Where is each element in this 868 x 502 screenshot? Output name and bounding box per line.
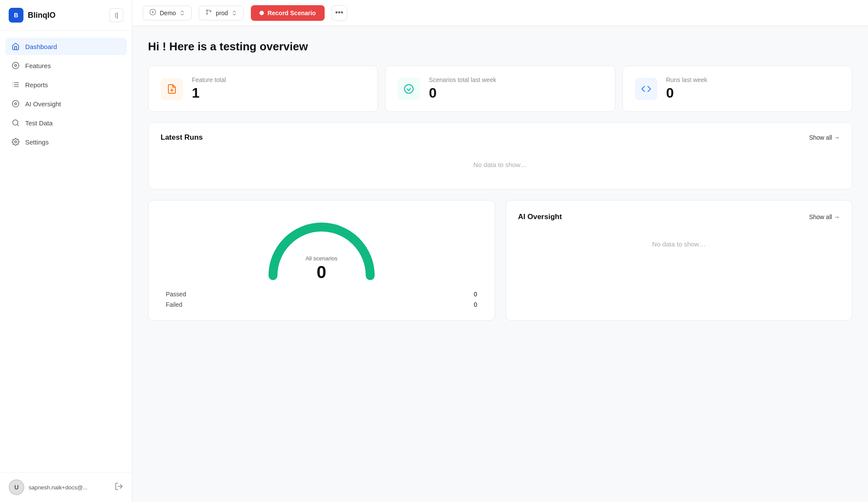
collapse-sidebar-button[interactable]: ⟨| <box>109 8 123 22</box>
scenarios-total-info: Scenarios total last week 0 <box>429 76 496 101</box>
passed-row: Passed 0 <box>166 291 477 298</box>
code-icon <box>641 84 651 94</box>
scenarios-chart-card: All scenarios 0 Passed 0 Failed 0 <box>148 200 495 321</box>
features-icon <box>11 61 20 70</box>
sidebar-item-label: Settings <box>25 138 49 146</box>
scenarios-total-label: Scenarios total last week <box>429 76 496 83</box>
user-info: U sapnesh.naik+docs@... <box>9 479 88 495</box>
main-content: Demo prod Record Scenario ••• Hi ! Here … <box>132 0 868 502</box>
sidebar-item-ai-oversight[interactable]: AI Oversight <box>5 95 127 112</box>
sidebar-item-label: AI Oversight <box>25 100 61 108</box>
record-label: Record Scenario <box>267 10 316 16</box>
feature-total-info: Feature total 1 <box>192 76 226 101</box>
stat-card-feature-total: Feature total 1 <box>148 66 378 112</box>
house-icon <box>11 42 20 51</box>
logo-area: B BlinqIO <box>9 8 56 23</box>
sidebar: B BlinqIO ⟨| Dashboard Features Reports <box>0 0 132 502</box>
svg-marker-15 <box>152 11 154 13</box>
branch-icon <box>205 9 212 17</box>
reports-icon <box>11 80 20 89</box>
prod-selector[interactable]: prod <box>199 6 244 20</box>
scenarios-total-icon-wrap <box>398 78 420 100</box>
ai-oversight-title: AI Oversight <box>518 213 562 221</box>
latest-runs-section: Latest Runs Show all → No data to show… <box>148 122 852 190</box>
user-email: sapnesh.naik+docs@... <box>29 484 88 491</box>
sidebar-item-dashboard[interactable]: Dashboard <box>5 38 127 55</box>
demo-label: Demo <box>160 10 176 16</box>
sidebar-item-reports[interactable]: Reports <box>5 76 127 93</box>
file-plus-icon <box>167 84 177 94</box>
sidebar-item-label: Test Data <box>25 119 53 127</box>
prod-label: prod <box>216 10 228 16</box>
stat-card-runs-last-week: Runs last week 0 <box>622 66 852 112</box>
svg-point-8 <box>13 101 19 107</box>
failed-label: Failed <box>166 301 182 308</box>
chevron-updown-icon2 <box>231 10 237 16</box>
more-icon: ••• <box>335 8 343 17</box>
collapse-icon: ⟨| <box>115 12 118 19</box>
sidebar-item-settings[interactable]: Settings <box>5 133 127 151</box>
sidebar-item-features[interactable]: Features <box>5 57 127 74</box>
feature-total-icon-wrap <box>161 78 183 100</box>
test-data-icon <box>11 118 20 127</box>
svg-point-9 <box>15 103 17 105</box>
sidebar-item-label: Features <box>25 62 51 69</box>
svg-point-12 <box>15 141 17 143</box>
demo-icon <box>149 9 156 17</box>
svg-line-11 <box>17 124 18 125</box>
gauge-center: All scenarios 0 <box>306 255 338 282</box>
runs-last-week-label: Runs last week <box>666 76 707 83</box>
latest-runs-show-all[interactable]: Show all → <box>809 134 840 141</box>
runs-last-week-value: 0 <box>666 85 707 101</box>
chevron-updown-icon <box>179 10 185 16</box>
svg-point-1 <box>15 65 17 67</box>
gauge-label: All scenarios <box>306 255 338 262</box>
page-title: Hi ! Here is a testing overview <box>148 40 852 53</box>
ai-oversight-card: AI Oversight Show all → No data to show… <box>506 200 853 321</box>
feature-total-label: Feature total <box>192 76 226 83</box>
dashboard-content: Hi ! Here is a testing overview Feature … <box>132 26 868 502</box>
sidebar-nav: Dashboard Features Reports AI Oversight … <box>0 31 132 472</box>
passed-value: 0 <box>474 291 477 298</box>
ai-oversight-header: AI Oversight Show all → <box>518 213 840 221</box>
runs-last-week-info: Runs last week 0 <box>666 76 707 101</box>
runs-last-week-icon-wrap <box>635 78 658 100</box>
record-scenario-button[interactable]: Record Scenario <box>251 5 324 21</box>
ai-oversight-show-all[interactable]: Show all → <box>809 213 840 220</box>
sidebar-header: B BlinqIO ⟨| <box>0 0 132 31</box>
logo-box: B <box>9 8 23 23</box>
app-name: BlinqIO <box>28 11 56 20</box>
settings-icon <box>11 138 20 146</box>
failed-row: Failed 0 <box>166 301 477 308</box>
bottom-grid: All scenarios 0 Passed 0 Failed 0 <box>148 200 852 321</box>
ai-oversight-empty: No data to show… <box>518 230 840 258</box>
gauge-value: 0 <box>317 262 326 282</box>
latest-runs-empty: No data to show… <box>161 151 840 179</box>
sidebar-item-label: Dashboard <box>25 43 57 50</box>
sidebar-footer: U sapnesh.naik+docs@... <box>0 472 132 502</box>
demo-selector[interactable]: Demo <box>143 6 192 20</box>
sidebar-item-test-data[interactable]: Test Data <box>5 114 127 131</box>
feature-total-value: 1 <box>192 85 226 101</box>
failed-value: 0 <box>474 301 477 308</box>
more-options-button[interactable]: ••• <box>332 5 347 21</box>
latest-runs-header: Latest Runs Show all → <box>161 133 840 142</box>
passed-label: Passed <box>166 291 186 298</box>
chart-stats: Passed 0 Failed 0 <box>161 291 483 308</box>
svg-point-0 <box>13 62 19 69</box>
topbar: Demo prod Record Scenario ••• <box>132 0 868 26</box>
scenario-icon <box>404 84 414 94</box>
record-dot <box>260 11 264 15</box>
latest-runs-title: Latest Runs <box>161 133 203 142</box>
scenarios-total-value: 0 <box>429 85 496 101</box>
svg-point-21 <box>404 85 413 93</box>
logout-button[interactable] <box>115 482 123 493</box>
ai-oversight-icon <box>11 99 20 108</box>
logo-letter: B <box>14 12 18 19</box>
avatar: U <box>9 479 24 495</box>
stats-grid: Feature total 1 Scenarios total last wee… <box>148 66 852 112</box>
sidebar-item-label: Reports <box>25 81 48 89</box>
svg-point-17 <box>207 13 208 14</box>
stat-card-scenarios-total: Scenarios total last week 0 <box>385 66 615 112</box>
gauge-chart: All scenarios 0 <box>261 213 382 282</box>
